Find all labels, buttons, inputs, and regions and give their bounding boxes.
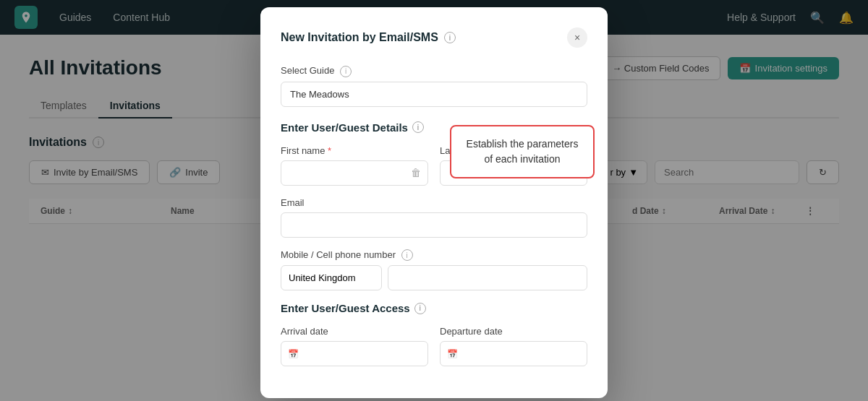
user-access-section: Enter User/Guest Access i Arrival date 📅… [281, 302, 587, 366]
arrival-calendar-icon: 📅 [288, 349, 299, 359]
phone-number-input[interactable] [388, 265, 587, 290]
first-name-group: First name * 🗑 [281, 145, 428, 186]
modal-info-icon[interactable]: i [444, 32, 456, 43]
arrival-date-group: Arrival date 📅 [281, 326, 428, 366]
arrival-date-wrapper: 📅 [281, 341, 428, 366]
phone-input-row: United Kingdom United States Canada Aust… [281, 265, 587, 290]
email-group: Email [281, 197, 587, 238]
modal-header: New Invitation by Email/SMS i × [281, 27, 587, 48]
guide-info-icon[interactable]: i [340, 66, 352, 77]
modal-new-invitation: New Invitation by Email/SMS i × Select G… [260, 7, 608, 398]
phone-row: Mobile / Cell phone number i United King… [281, 249, 587, 291]
tooltip-box: Establish the parameters of each invitat… [450, 125, 595, 178]
email-input[interactable] [281, 212, 587, 238]
modal-close-button[interactable]: × [567, 27, 587, 48]
departure-date-wrapper: 📅 [440, 341, 587, 366]
country-select[interactable]: United Kingdom United States Canada Aust… [281, 265, 382, 290]
select-guide-label: Select Guide i [281, 65, 587, 77]
email-row: Email [281, 197, 587, 238]
select-guide-section: Select Guide i The Meadows Establish the… [281, 65, 587, 107]
guide-select-input[interactable]: The Meadows [281, 82, 587, 107]
arrival-date-input[interactable] [281, 341, 428, 366]
departure-date-input[interactable] [440, 341, 587, 366]
user-access-info-icon[interactable]: i [414, 303, 426, 314]
phone-info-icon[interactable]: i [401, 249, 413, 261]
departure-calendar-icon: 📅 [447, 349, 458, 359]
user-access-title: Enter User/Guest Access i [281, 302, 587, 314]
user-details-info-icon[interactable]: i [412, 121, 424, 133]
first-name-required: * [328, 145, 331, 156]
dates-row: Arrival date 📅 Departure date 📅 [281, 326, 587, 366]
modal-title: New Invitation by Email/SMS i [281, 31, 456, 44]
departure-date-group: Departure date 📅 [440, 326, 587, 366]
first-name-wrapper: 🗑 [281, 160, 428, 186]
arrival-date-label: Arrival date [281, 326, 428, 337]
clear-first-name-icon[interactable]: 🗑 [411, 167, 421, 178]
email-label: Email [281, 197, 587, 208]
departure-date-label: Departure date [440, 326, 587, 337]
phone-group: Mobile / Cell phone number i United King… [281, 249, 587, 291]
first-name-label: First name * [281, 145, 428, 156]
phone-label: Mobile / Cell phone number i [281, 249, 587, 262]
first-name-input[interactable] [281, 160, 428, 186]
